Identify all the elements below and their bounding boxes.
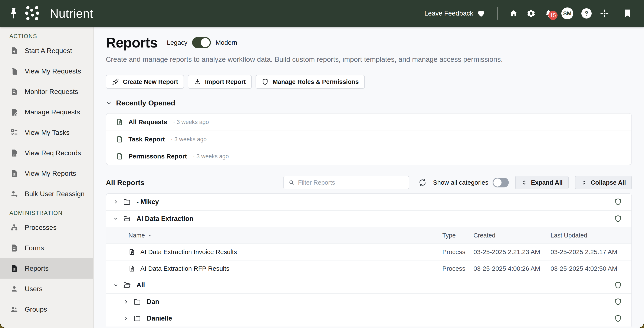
chevron-right-icon[interactable] <box>123 299 129 304</box>
chevron-right-icon[interactable] <box>113 199 118 205</box>
folder-open-icon <box>123 281 131 289</box>
report-type: Process <box>442 265 474 272</box>
column-name[interactable]: Name <box>128 232 145 239</box>
bookmark-icon[interactable] <box>623 9 632 18</box>
top-bar: Nutrient Leave Feedback 15 SM ? <box>0 0 644 27</box>
sidebar-item-groups[interactable]: Groups <box>0 299 93 320</box>
shield-permissions-icon[interactable] <box>614 198 622 206</box>
folder-row-ai-data-extraction[interactable]: AI Data Extraction <box>106 210 632 227</box>
chevron-down-icon[interactable] <box>113 216 118 222</box>
documents-copy-icon <box>10 67 18 75</box>
page-description: Create and manage reports to analyze wor… <box>106 56 632 64</box>
sidebar-item-bulk-user-reassign[interactable]: Bulk User Reassign <box>0 184 93 204</box>
chevron-down-icon[interactable] <box>106 100 112 106</box>
sidebar-item-label: Bulk User Reassign <box>25 190 84 198</box>
folder-icon <box>133 314 141 322</box>
folder-row-mikey[interactable]: - Mikey <box>106 194 632 210</box>
chevron-down-icon[interactable] <box>113 282 118 288</box>
brand: Nutrient <box>9 3 93 24</box>
manage-roles-permissions-button[interactable]: Manage Roles & Permissions <box>256 75 365 88</box>
recent-item[interactable]: All Requests · 3 weeks ago <box>106 114 632 130</box>
leave-feedback-label: Leave Feedback <box>424 10 473 17</box>
shield-permissions-icon[interactable] <box>614 281 622 289</box>
document-icon <box>116 136 123 143</box>
sidebar: ACTIONS Start A Request View My Requests… <box>0 27 94 328</box>
file-eye-icon <box>10 149 18 157</box>
legacy-modern-switch[interactable] <box>192 37 211 48</box>
sidebar-item-view-req-records[interactable]: View Req Records <box>0 143 93 163</box>
recent-item[interactable]: Task Report · 3 weeks ago <box>106 130 632 148</box>
filter-reports-input[interactable] <box>298 179 404 186</box>
folder-row-danielle[interactable]: Danielle <box>106 310 632 326</box>
sidebar-item-start-a-request[interactable]: Start A Request <box>0 40 93 61</box>
sidebar-item-view-my-requests[interactable]: View My Requests <box>0 61 93 81</box>
sidebar-item-label: Processes <box>25 224 56 232</box>
refresh-icon[interactable] <box>418 178 427 187</box>
file-edit-icon <box>10 108 18 116</box>
column-created[interactable]: Created <box>474 232 550 239</box>
folder-row-dan[interactable]: Dan <box>106 293 632 310</box>
pin-icon[interactable] <box>9 7 18 20</box>
shield-permissions-icon[interactable] <box>614 314 622 322</box>
button-label: Collapse All <box>591 179 626 186</box>
recent-item-time: · 3 weeks ago <box>171 136 206 143</box>
leave-feedback-button[interactable]: Leave Feedback <box>424 9 486 18</box>
recent-item-name: All Requests <box>128 118 167 126</box>
notifications-bell-icon[interactable]: 15 <box>544 9 553 18</box>
nutrient-logo-icon <box>24 3 44 24</box>
app-window: Nutrient Leave Feedback 15 SM ? <box>0 0 644 328</box>
sort-ascending-icon[interactable] <box>148 233 152 238</box>
gear-icon[interactable] <box>526 9 536 18</box>
expand-all-button[interactable]: Expand All <box>515 176 568 189</box>
column-last-updated[interactable]: Last Updated <box>550 232 632 239</box>
sitemap-icon <box>10 224 18 232</box>
switch-knob <box>201 38 210 47</box>
import-report-button[interactable]: Import Report <box>188 75 252 88</box>
table-header-row: Name Type Created Last Updated <box>106 227 632 244</box>
show-all-categories-switch[interactable] <box>492 178 509 188</box>
sidebar-item-label: Users <box>25 285 42 293</box>
column-type[interactable]: Type <box>442 232 474 239</box>
document-icon <box>128 265 135 272</box>
sidebar-item-view-my-tasks[interactable]: View My Tasks <box>0 122 93 143</box>
shield-permissions-icon[interactable] <box>614 298 622 306</box>
dot-cross-icon[interactable] <box>600 9 609 18</box>
sidebar-item-users[interactable]: Users <box>0 278 93 299</box>
recently-opened-card: All Requests · 3 weeks ago Task Report ·… <box>106 113 632 165</box>
sidebar-item-label: Forms <box>25 244 44 252</box>
file-plus-icon <box>10 47 18 55</box>
collapse-all-button[interactable]: Collapse All <box>575 176 632 189</box>
create-new-report-button[interactable]: Create New Report <box>106 75 184 88</box>
chevron-right-icon[interactable] <box>123 316 129 321</box>
sidebar-item-label: Monitor Requests <box>25 88 78 96</box>
sidebar-item-view-my-reports[interactable]: View My Reports <box>0 163 93 184</box>
report-name: AI Data Extraction Invoice Results <box>140 248 237 256</box>
sidebar-item-label: Groups <box>25 306 47 313</box>
home-icon[interactable] <box>509 9 518 18</box>
folder-name: - Mikey <box>136 198 159 206</box>
help-icon[interactable]: ? <box>582 8 592 18</box>
sidebar-item-manage-requests[interactable]: Manage Requests <box>0 102 93 122</box>
page-title: Reports <box>106 34 158 51</box>
collapse-icon <box>581 179 587 186</box>
heart-icon <box>476 9 486 18</box>
users-group-icon <box>10 305 18 313</box>
sidebar-item-processes[interactable]: Processes <box>0 217 93 238</box>
recent-item[interactable]: Permissons Report · 3 weeks ago <box>106 148 632 165</box>
sidebar-item-reports[interactable]: Reports <box>0 258 93 278</box>
header-divider <box>497 7 498 20</box>
folder-row-all[interactable]: All <box>106 277 632 293</box>
notification-badge: 15 <box>548 11 558 20</box>
legacy-modern-toggle-group: Legacy Modern <box>167 37 237 48</box>
rocket-icon <box>112 78 119 86</box>
user-avatar[interactable]: SM <box>561 8 573 20</box>
report-row[interactable]: AI Data Extraction Invoice Results Proce… <box>106 244 632 260</box>
all-reports-table: - Mikey AI Data Extraction <box>106 193 632 326</box>
shield-permissions-icon[interactable] <box>614 215 622 223</box>
report-row[interactable]: AI Data Extraction RFP Results Process 0… <box>106 260 632 277</box>
recent-item-time: · 3 weeks ago <box>193 153 229 160</box>
sidebar-item-monitor-requests[interactable]: Monitor Requests <box>0 81 93 102</box>
download-icon <box>194 78 201 86</box>
sidebar-item-forms[interactable]: Forms <box>0 238 93 258</box>
report-document-icon <box>10 264 18 272</box>
